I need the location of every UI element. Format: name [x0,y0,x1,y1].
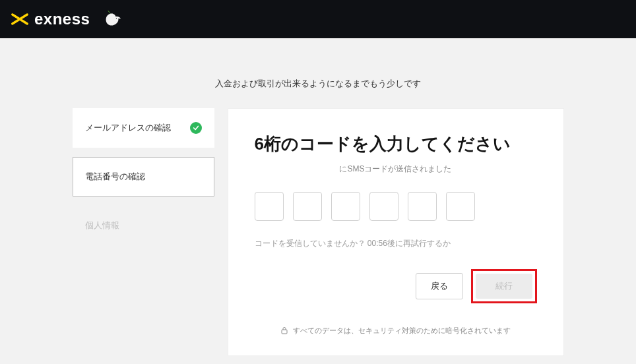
svg-rect-1 [282,330,287,334]
secure-note: すべてのデータは、セキュリティ対策のために暗号化されています [255,326,537,336]
retry-suffix: 後に再試行するか [387,239,451,248]
code-digit-2[interactable] [293,192,322,221]
code-digit-5[interactable] [408,192,437,221]
sidebar-step-email[interactable]: メールアドレスの確認 [73,108,214,148]
retry-timer: 00:56 [367,239,387,248]
brand-logo[interactable]: exness [11,9,121,29]
check-icon [190,122,202,134]
verification-card: 6桁のコードを入力してください にSMSコードが送信されました コードを受信して… [228,108,564,356]
sidebar-step-label: 電話番号の確認 [85,171,145,183]
retry-message: コードを受信していませんか？ 00:56後に再試行するか [255,238,537,249]
progress-message: 入金および取引が出来るようになるまでもう少しです [16,38,620,108]
retry-prefix: コードを受信していませんか？ [255,239,367,248]
sidebar-step-phone[interactable]: 電話番号の確認 [73,157,214,197]
code-digit-3[interactable] [331,192,360,221]
dove-icon [102,9,121,29]
secure-text: すべてのデータは、セキュリティ対策のために暗号化されています [293,326,511,336]
back-button[interactable]: 戻る [416,273,463,299]
code-digit-1[interactable] [255,192,284,221]
card-title: 6桁のコードを入力してください [255,133,537,156]
continue-button[interactable]: 続行 [476,274,532,299]
lock-icon [281,326,288,336]
code-digit-4[interactable] [369,192,398,221]
continue-highlight: 続行 [471,269,537,303]
brand-name: exness [34,10,90,28]
action-row: 戻る 続行 [255,269,537,303]
steps-sidebar: メールアドレスの確認 電話番号の確認 個人情報 [73,108,214,356]
page-content: 入金および取引が出来るようになるまでもう少しです メールアドレスの確認 電話番号… [0,38,636,356]
sidebar-step-label: メールアドレスの確認 [85,122,171,134]
main-layout: メールアドレスの確認 電話番号の確認 個人情報 6桁のコードを入力してください … [16,108,620,356]
brand-mark-icon [11,10,29,28]
sidebar-step-label: 個人情報 [85,220,119,231]
code-input-row [255,192,537,221]
card-subtitle: にSMSコードが送信されました [255,164,537,175]
svg-point-0 [116,18,117,18]
sidebar-step-personal: 個人情報 [73,206,214,245]
code-digit-6[interactable] [446,192,475,221]
top-bar: exness [0,0,636,38]
